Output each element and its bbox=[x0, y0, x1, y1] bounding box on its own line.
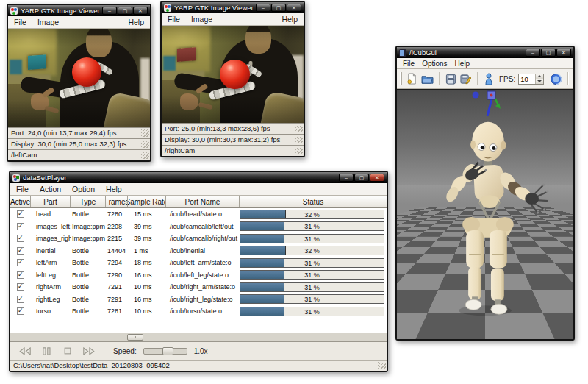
table-row-rightleg[interactable]: rightLeg Bottle 7291 16 ms /icub/right_l… bbox=[10, 294, 387, 306]
table-row-leftleg[interactable]: leftLeg Bottle 7290 16 ms /icub/left_leg… bbox=[10, 269, 387, 282]
resize-grip-icon[interactable] bbox=[295, 147, 303, 154]
type-cell: Bottle bbox=[71, 271, 106, 279]
part-cell: leftArm bbox=[31, 259, 71, 266]
rewind-button[interactable] bbox=[18, 345, 32, 357]
minimize-button[interactable]: – bbox=[339, 174, 354, 182]
resize-grip-icon[interactable] bbox=[141, 152, 149, 159]
type-cell: Bottle bbox=[71, 247, 106, 255]
close-button[interactable]: ✕ bbox=[556, 49, 571, 57]
resize-grip-icon[interactable] bbox=[141, 141, 149, 148]
minimize-button[interactable]: – bbox=[102, 7, 117, 15]
open-file-button[interactable] bbox=[421, 71, 434, 87]
close-button[interactable]: ✕ bbox=[370, 174, 384, 182]
new-file-button[interactable] bbox=[406, 71, 418, 87]
active-checkbox[interactable] bbox=[17, 235, 24, 242]
active-checkbox[interactable] bbox=[17, 283, 24, 291]
menu-options[interactable]: Options bbox=[422, 60, 447, 68]
table-row-rightarm[interactable]: rightArm Bottle 7291 10 ms /icub/right_a… bbox=[10, 281, 387, 294]
active-checkbox[interactable] bbox=[17, 296, 24, 303]
maximize-button[interactable]: ▢ bbox=[271, 4, 286, 12]
titlebar[interactable]: YARP GTK Image Viewer – ▢ ✕ bbox=[162, 2, 304, 13]
active-checkbox[interactable] bbox=[17, 210, 24, 218]
menu-file[interactable]: File bbox=[168, 15, 180, 24]
part-cell: leftLeg bbox=[31, 271, 71, 279]
titlebar[interactable]: /iCubGui – ▢ ✕ bbox=[397, 47, 573, 58]
close-button[interactable]: ✕ bbox=[287, 4, 301, 12]
active-checkbox[interactable] bbox=[17, 271, 24, 279]
resize-grip-icon[interactable] bbox=[141, 129, 149, 137]
minimize-button[interactable]: – bbox=[256, 4, 270, 12]
fast-forward-button[interactable] bbox=[82, 345, 96, 357]
port-cell: /icub/torso/state:o bbox=[166, 307, 240, 315]
robot-figure-button[interactable] bbox=[483, 71, 495, 87]
stop-button[interactable] bbox=[60, 345, 75, 357]
port-cell: /icub/right_arm/state:o bbox=[166, 283, 240, 291]
menu-file[interactable]: File bbox=[14, 18, 26, 26]
fps-spin-arrows bbox=[535, 74, 543, 84]
status-port-name: /rightCam bbox=[162, 145, 304, 156]
type-cell: Bottle bbox=[71, 296, 106, 303]
speed-value: 1.0x bbox=[194, 347, 208, 355]
frames-cell: 7280 bbox=[106, 210, 128, 218]
toolbar-grip[interactable] bbox=[400, 72, 402, 85]
minimize-button[interactable]: – bbox=[526, 49, 540, 57]
table-row-leftarm[interactable]: leftArm Bottle 7294 18 ms /icub/left_arm… bbox=[10, 257, 387, 269]
maximize-button[interactable]: ▢ bbox=[118, 7, 132, 15]
resize-grip-icon[interactable] bbox=[378, 362, 386, 369]
menu-image[interactable]: Image bbox=[191, 15, 212, 24]
spin-down-icon[interactable] bbox=[536, 79, 543, 84]
table-row-images-left[interactable]: images_left Image:ppm 2208 39 ms /icub/c… bbox=[10, 221, 387, 233]
menu-help[interactable]: Help bbox=[282, 15, 298, 24]
active-checkbox[interactable] bbox=[17, 223, 24, 230]
titlebar[interactable]: YARP GTK Image Viewer – ▢ ✕ bbox=[8, 5, 150, 16]
globe-button[interactable] bbox=[550, 71, 562, 87]
menu-help[interactable]: Help bbox=[128, 18, 144, 26]
col-active[interactable]: Active bbox=[10, 196, 31, 207]
toolbar-separator bbox=[477, 72, 478, 85]
save-as-button[interactable] bbox=[459, 71, 471, 87]
table-row-torso[interactable]: torso Bottle 7281 10 ms /icub/torso/stat… bbox=[10, 305, 387, 318]
fps-input[interactable] bbox=[519, 74, 535, 84]
menu-help[interactable]: Help bbox=[106, 185, 122, 193]
maximize-button[interactable]: ▢ bbox=[354, 174, 369, 182]
resize-grip-icon[interactable] bbox=[295, 125, 303, 132]
timeline-handle[interactable] bbox=[127, 334, 143, 341]
speed-handle[interactable] bbox=[162, 347, 173, 355]
table-row-images-right[interactable]: images_right Image:ppm 2215 39 ms /icub/… bbox=[10, 232, 387, 245]
active-checkbox[interactable] bbox=[17, 307, 24, 315]
col-sample-rate[interactable]: Sample Rate bbox=[128, 196, 166, 207]
active-checkbox[interactable] bbox=[17, 247, 24, 255]
menu-help[interactable]: Help bbox=[455, 60, 470, 68]
window-title: dataSetPlayer bbox=[23, 172, 336, 183]
menu-option[interactable]: Option bbox=[72, 185, 95, 193]
col-type[interactable]: Type bbox=[71, 196, 106, 207]
robot-head bbox=[470, 122, 506, 168]
titlebar[interactable]: dataSetPlayer – ▢ ✕ bbox=[10, 172, 387, 183]
3d-viewport[interactable] bbox=[397, 89, 573, 339]
speed-slider[interactable] bbox=[143, 348, 187, 355]
col-status[interactable]: Status bbox=[240, 196, 387, 207]
timeline-slider[interactable] bbox=[10, 333, 387, 342]
save-button[interactable] bbox=[445, 71, 456, 87]
menubar: File Options Help bbox=[397, 58, 573, 69]
pause-icon bbox=[42, 346, 51, 356]
status-display-fps: Display: 30,0 (min:30,3 max:31,2) fps bbox=[162, 134, 304, 145]
col-part[interactable]: Part bbox=[31, 196, 71, 207]
col-frames[interactable]: Frames bbox=[106, 196, 128, 207]
maximize-button[interactable]: ▢ bbox=[541, 49, 556, 57]
resize-grip-icon[interactable] bbox=[295, 136, 303, 143]
table-row-head[interactable]: head Bottle 7280 15 ms /icub/head/state:… bbox=[10, 208, 387, 221]
pause-button[interactable] bbox=[39, 345, 54, 357]
part-cell: rightLeg bbox=[31, 296, 71, 303]
window-title: YARP GTK Image Viewer bbox=[174, 2, 253, 13]
col-port-name[interactable]: Port Name bbox=[166, 196, 240, 207]
menu-image[interactable]: Image bbox=[37, 18, 59, 26]
close-button[interactable]: ✕ bbox=[133, 7, 148, 15]
type-cell: Image:ppm bbox=[71, 235, 106, 242]
table-row-inertial[interactable]: inertial Bottle 14404 1 ms /icub/inertia… bbox=[10, 245, 387, 257]
active-checkbox[interactable] bbox=[17, 259, 24, 266]
status-progressbar: 31 % bbox=[240, 294, 384, 304]
menu-action[interactable]: Action bbox=[40, 185, 61, 193]
menu-file[interactable]: File bbox=[403, 60, 415, 68]
menu-file[interactable]: File bbox=[16, 185, 29, 193]
